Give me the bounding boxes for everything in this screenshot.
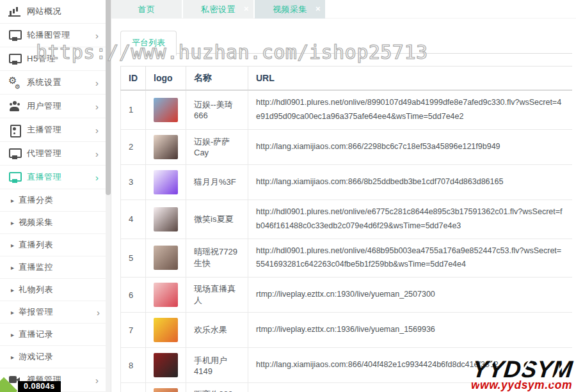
- sidebar-item-label: 用户管理: [27, 100, 95, 112]
- platform-logo-image: [154, 135, 178, 159]
- sidebar-item[interactable]: 直播管理 ›: [0, 166, 106, 189]
- cell-logo: [146, 278, 186, 313]
- close-icon[interactable]: ×: [244, 4, 249, 13]
- cell-id: 5: [121, 239, 146, 278]
- page-tab[interactable]: 视频采集 ×: [255, 0, 325, 19]
- sidebar-item-label: 直播管理: [27, 171, 95, 183]
- sidebar-item[interactable]: 主播管理 ›: [0, 118, 106, 142]
- cell-url: http://hdl0901.plures.net/onlive/468b95b…: [256, 244, 564, 272]
- table-row: 8 手机用户4149 http://lang.xiamijiaos.com:86…: [121, 348, 573, 383]
- tab-platform-list[interactable]: 平台列表: [120, 31, 177, 56]
- sidebar-subitem[interactable]: ▸ 举报管理 ›: [0, 301, 106, 324]
- platform-table: IDlogo名称URL 1 迈娱--美琦666 http://hdl0901.p…: [120, 66, 572, 392]
- platform-logo-image: [154, 283, 178, 307]
- submenu-marker-icon: ▸: [11, 354, 14, 361]
- platform-logo-image: [154, 207, 178, 231]
- sidebar-item-label: 主播管理: [27, 124, 95, 136]
- table-row: 6 现场直播真人 rtmp://liveplay.ezttx.cn:1930/l…: [121, 278, 573, 313]
- submenu-marker-icon: ▸: [11, 264, 14, 271]
- sidebar: 网站概况 › 轮播图管理 › H5管理 › 系统设置 › 用户管理 › 主播管理…: [0, 0, 111, 392]
- cell-logo: [146, 200, 186, 239]
- cell-id: 3: [121, 164, 146, 200]
- cell-logo: [146, 164, 186, 200]
- tab-label: 私密设置: [201, 4, 236, 15]
- submenu-marker-icon: ▸: [11, 286, 14, 294]
- cell-url: http://hdl0901.plures.net/onlive/e6775c2…: [256, 205, 564, 233]
- sidebar-item-label: 网站概况: [27, 6, 95, 17]
- page-tab[interactable]: 首页: [111, 0, 182, 19]
- tab-label: 首页: [138, 4, 156, 15]
- sidebar-subitem[interactable]: ▸ 直播记录 ›: [0, 324, 106, 346]
- sidebar-subitem-label: 直播监控: [19, 262, 97, 273]
- column-header: URL: [248, 67, 573, 91]
- table-header-row: IDlogo名称URL: [121, 67, 573, 91]
- table-row: 2 迈娱-萨萨Cay http://lang.xiamijiaos.com:86…: [121, 129, 573, 164]
- sidebar-subitem[interactable]: ▸ 直播监控 ›: [0, 256, 106, 279]
- main-area: 首页 私密设置 × 视频采集 × 平台列表 IDlogo名称URL 1 迈娱--…: [111, 0, 576, 392]
- sidebar-item[interactable]: 用户管理 ›: [0, 95, 106, 118]
- gear-icon: [8, 77, 20, 88]
- sidebar-subitem-label: 直播分类: [19, 194, 97, 206]
- close-icon[interactable]: ×: [316, 4, 321, 13]
- table-row: 4 微笑is夏夏 http://hdl0901.plures.net/onliv…: [121, 200, 573, 239]
- table-body: 1 迈娱--美琦666 http://hdl0901.plures.net/on…: [121, 90, 573, 392]
- cell-name: 手机用户4149: [186, 348, 248, 383]
- cell-url: rtmp://liveplay.ezttx.cn:1936/live/yuema…: [256, 323, 564, 337]
- chevron-right-icon: ›: [95, 102, 99, 111]
- cell-url: http://lang.xiamijiaos.com:866/8b25ddbed…: [256, 175, 564, 189]
- card-icon: [8, 125, 20, 135]
- monitor-icon: [8, 30, 20, 40]
- sidebar-item[interactable]: 代理管理 ›: [0, 142, 106, 166]
- sidebar-item[interactable]: 轮播图管理 ›: [0, 24, 106, 47]
- submenu-marker-icon: ▸: [11, 331, 14, 338]
- sidebar-menu: 网站概况 › 轮播图管理 › H5管理 › 系统设置 › 用户管理 › 主播管理…: [0, 0, 106, 392]
- platform-logo-image: [154, 353, 178, 377]
- sidebar-subitem[interactable]: ▸ 视频采集 ›: [0, 212, 106, 234]
- sidebar-item[interactable]: 网站概况 ›: [0, 0, 106, 24]
- chart-icon: [8, 6, 20, 17]
- cell-id: 8: [121, 348, 146, 383]
- cell-url: rtmp://liveplay.ezttx.cn:1930/live/yuema…: [256, 288, 564, 302]
- submenu-marker-icon: ▸: [11, 219, 14, 226]
- platform-logo-image: [154, 246, 178, 270]
- table-row: 9 距离你888米 rtmp://liveplay.ezttx.cn:1938/…: [121, 383, 573, 392]
- platform-logo-image: [154, 388, 178, 392]
- sidebar-subitem-label: 举报管理: [19, 306, 97, 318]
- monitor-icon: [8, 54, 20, 64]
- platform-logo-image: [154, 98, 178, 122]
- sidebar-subitem[interactable]: ▸ 直播列表 ›: [0, 234, 106, 256]
- column-header: ID: [121, 67, 146, 91]
- cell-id: 1: [121, 90, 146, 129]
- cell-logo: [146, 313, 186, 348]
- cell-name: 距离你888米: [186, 383, 248, 392]
- cell-name: 猫月月%3F: [186, 164, 248, 200]
- sidebar-subitem[interactable]: ▸ 直播分类 ›: [0, 189, 106, 212]
- sidebar-subitem[interactable]: ▸ 游戏记录 ›: [0, 346, 106, 368]
- chevron-right-icon: ›: [95, 31, 99, 40]
- cell-id: 2: [121, 129, 146, 164]
- users-icon: [8, 101, 20, 111]
- cell-name: 晴瑶祝7729生快: [186, 239, 248, 278]
- cell-id: 4: [121, 200, 146, 239]
- inner-tab-bar: 平台列表: [120, 30, 572, 54]
- tab-label: 视频采集: [273, 4, 307, 15]
- sidebar-item[interactable]: 系统设置 ›: [0, 71, 106, 95]
- submenu-marker-icon: ▸: [11, 242, 14, 249]
- chevron-right-icon: ›: [95, 149, 99, 159]
- page-tab[interactable]: 私密设置 ×: [183, 0, 253, 19]
- content-panel: 平台列表 IDlogo名称URL 1 迈娱--美琦666 http://hdl0…: [111, 19, 576, 392]
- tab-bar: 首页 私密设置 × 视频采集 ×: [111, 0, 576, 19]
- page-load-time: 0.0804s: [18, 381, 61, 392]
- cell-logo: [146, 239, 186, 278]
- sidebar-subitem[interactable]: ▸ 礼物列表 ›: [0, 279, 106, 301]
- monitor-icon: [8, 148, 20, 159]
- sidebar-item-label: 代理管理: [27, 148, 95, 159]
- sidebar-scrollbar-thumb[interactable]: [106, 0, 111, 195]
- sidebar-item[interactable]: H5管理 ›: [0, 47, 106, 71]
- sidebar-subitem-label: 直播记录: [19, 329, 97, 340]
- column-header: logo: [146, 67, 186, 91]
- cell-name: 现场直播真人: [186, 278, 248, 313]
- cell-url: http://hdl0901.plures.net/onlive/8990107…: [256, 96, 564, 124]
- cell-logo: [146, 129, 186, 164]
- sidebar-item-label: 系统设置: [27, 77, 95, 88]
